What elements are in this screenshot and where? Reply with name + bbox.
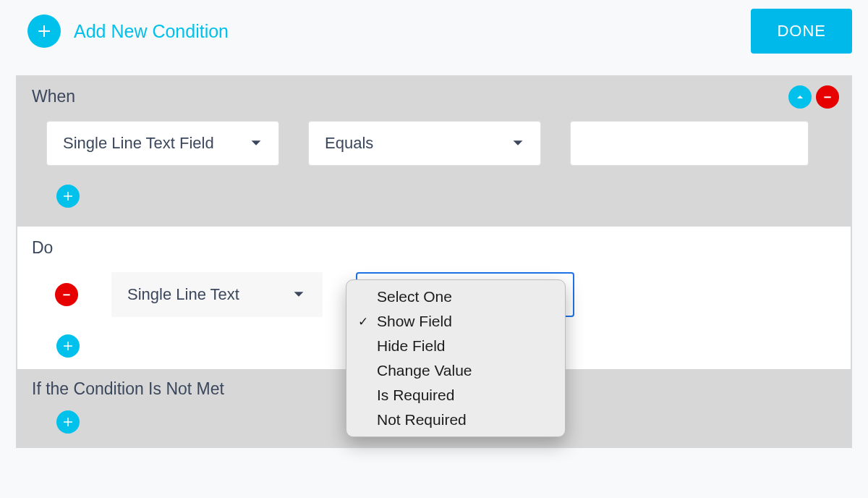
dropdown-option-label: Show Field	[377, 313, 452, 330]
dropdown-option[interactable]: Hide Field	[346, 334, 565, 358]
chevron-down-icon	[510, 135, 526, 151]
dropdown-option[interactable]: Is Required	[346, 383, 565, 408]
do-action-dropdown[interactable]: Select One✓Show FieldHide FieldChange Va…	[346, 279, 566, 437]
chevron-down-icon	[291, 287, 307, 303]
svg-rect-0	[824, 96, 830, 98]
remove-condition-icon[interactable]	[816, 85, 839, 109]
dropdown-option-label: Select One	[377, 288, 452, 305]
remove-do-rule-icon[interactable]	[55, 283, 78, 306]
plus-icon	[27, 14, 61, 48]
dropdown-option[interactable]: Change Value	[346, 358, 565, 383]
dropdown-option-label: Hide Field	[377, 337, 446, 355]
dropdown-option-label: Not Required	[377, 411, 467, 429]
when-operator-select[interactable]: Equals	[308, 121, 541, 166]
when-title: When	[32, 87, 836, 106]
add-new-condition[interactable]: Add New Condition	[27, 14, 229, 48]
collapse-icon[interactable]	[788, 85, 812, 109]
add-do-rule-icon[interactable]	[56, 334, 80, 358]
dropdown-option-label: Change Value	[377, 362, 472, 379]
svg-rect-1	[63, 294, 69, 295]
when-value-input[interactable]	[570, 121, 809, 166]
dropdown-option[interactable]: Select One	[346, 284, 565, 309]
do-field-select[interactable]: Single Line Text	[111, 272, 323, 317]
chevron-down-icon	[248, 135, 264, 151]
when-section: When Single Line Text Field Equals	[17, 77, 851, 227]
done-button[interactable]: DONE	[751, 9, 852, 54]
dropdown-option[interactable]: Not Required	[346, 408, 565, 432]
add-when-rule-icon[interactable]	[56, 185, 80, 208]
dropdown-option[interactable]: ✓Show Field	[346, 309, 565, 334]
when-field-selected-label: Single Line Text Field	[63, 134, 214, 153]
when-field-select[interactable]: Single Line Text Field	[46, 121, 279, 166]
add-else-rule-icon[interactable]	[56, 410, 80, 434]
do-title: Do	[32, 238, 836, 258]
check-icon: ✓	[357, 314, 370, 329]
when-operator-selected-label: Equals	[325, 134, 373, 153]
do-field-selected-label: Single Line Text	[127, 285, 239, 304]
dropdown-option-label: Is Required	[377, 387, 454, 404]
add-new-condition-label: Add New Condition	[74, 21, 229, 42]
